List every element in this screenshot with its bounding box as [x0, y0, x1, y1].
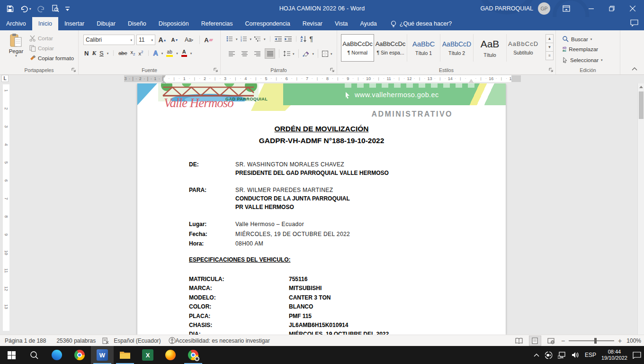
vertical-scrollbar[interactable] — [637, 83, 644, 335]
web-layout-button[interactable] — [545, 336, 557, 346]
language-indicator[interactable]: Español (Ecuador) — [114, 337, 161, 344]
zoom-out-button[interactable]: − — [561, 337, 565, 345]
undo-dropdown-caret[interactable]: ▾ — [29, 7, 31, 10]
highlight-button[interactable]: ab — [166, 50, 173, 57]
style-title[interactable]: AaBTítulo — [474, 34, 507, 62]
word-count[interactable]: 25360 palabras — [56, 337, 96, 344]
font-family-combo[interactable]: Calibri▾ — [83, 35, 134, 45]
bullets-button[interactable] — [226, 36, 233, 42]
taskbar-explorer-icon[interactable] — [114, 346, 136, 364]
tab-diseno[interactable]: Diseño — [122, 17, 152, 30]
bullets-caret[interactable]: ▾ — [236, 37, 238, 41]
multilevel-list-button[interactable] — [254, 36, 261, 42]
decrease-indent-button[interactable] — [275, 36, 282, 42]
font-size-combo[interactable]: 11▾ — [136, 35, 155, 45]
taskbar-chrome-icon[interactable] — [68, 346, 91, 364]
tab-inicio[interactable]: Inicio — [32, 17, 58, 30]
accessibility-status[interactable]: Accesibilidad: es necesario investigar — [176, 337, 270, 344]
collapse-ribbon-button[interactable] — [632, 67, 637, 71]
taskbar-firefox-icon[interactable] — [159, 346, 182, 364]
underline-caret[interactable]: ▾ — [107, 52, 109, 55]
tab-stop-selector[interactable]: L — [1, 75, 9, 82]
taskbar-edge-icon[interactable] — [45, 346, 68, 364]
paste-dropdown-caret[interactable]: ▾ — [5, 54, 27, 57]
zoom-percent[interactable]: 100% — [626, 337, 641, 344]
page-indicator[interactable]: Página 1 de 188 — [5, 337, 46, 344]
volume-icon[interactable] — [572, 352, 580, 358]
multilevel-caret[interactable]: ▾ — [264, 37, 266, 41]
highlight-caret[interactable]: ▾ — [176, 52, 178, 55]
style-heading2[interactable]: AaBbCcDTítulo 2 — [440, 34, 474, 62]
account-name[interactable]: GAD PARROQUIAL — [480, 0, 533, 17]
numbering-caret[interactable]: ▾ — [250, 37, 252, 41]
start-button[interactable] — [0, 346, 23, 364]
style-subtitle[interactable]: AaBbCcDSubtítulo — [507, 34, 540, 62]
zoom-slider[interactable] — [569, 340, 614, 341]
tab-archivo[interactable]: Archivo — [0, 17, 32, 30]
underline-button[interactable]: S — [99, 50, 104, 57]
save-button[interactable] — [7, 5, 14, 12]
replace-button[interactable]: abac Reemplazar — [563, 46, 598, 52]
scroll-up-arrow[interactable] — [638, 83, 644, 91]
tab-ayuda[interactable]: Ayuda — [354, 17, 383, 30]
line-spacing-button[interactable] — [283, 51, 290, 56]
tab-insertar[interactable]: Insertar — [58, 17, 90, 30]
align-right-button[interactable] — [252, 48, 262, 59]
close-button[interactable] — [625, 0, 640, 17]
tab-dibujar[interactable]: Dibujar — [90, 17, 122, 30]
borders-button[interactable] — [322, 51, 328, 57]
font-color-button[interactable]: A — [181, 49, 187, 57]
italic-button[interactable]: K — [92, 49, 96, 57]
style-no-spacing[interactable]: AaBbCcDc¶ Sin espa... — [374, 34, 407, 62]
clipboard-dialog-launcher[interactable] — [72, 68, 76, 73]
proofing-errors-icon[interactable] — [102, 337, 109, 344]
tell-me-box[interactable]: ¿Qué desea hacer? — [391, 17, 452, 30]
show-marks-button[interactable]: ¶ — [310, 35, 313, 43]
styles-dialog-launcher[interactable] — [549, 68, 554, 73]
find-caret[interactable]: ▾ — [590, 37, 592, 41]
account-avatar[interactable]: GP — [538, 2, 550, 15]
minimize-button[interactable] — [583, 0, 599, 17]
increase-indent-button[interactable] — [285, 36, 292, 42]
action-center-icon[interactable] — [633, 352, 641, 359]
grow-font-button[interactable]: A▲ — [157, 35, 168, 45]
print-layout-button[interactable] — [529, 336, 541, 346]
tab-correspondencia[interactable]: Correspondencia — [239, 17, 296, 30]
cut-button[interactable]: Cortar — [29, 35, 53, 42]
paragraph-dialog-launcher[interactable] — [330, 68, 335, 73]
text-effects-caret[interactable]: ▾ — [161, 52, 163, 55]
select-button[interactable]: Seleccionar▾ — [563, 57, 603, 63]
right-indent-marker[interactable] — [469, 77, 474, 83]
horizontal-ruler[interactable]: 3 · | · 2 · | · 1 · | · 1234567891011121… — [124, 75, 521, 82]
read-mode-button[interactable] — [513, 336, 525, 346]
taskbar-excel-icon[interactable]: X — [136, 346, 159, 364]
align-center-button[interactable] — [239, 48, 250, 59]
superscript-button[interactable]: x2 — [139, 50, 143, 56]
change-case-button[interactable]: Aa▾ — [182, 35, 196, 45]
tab-revisar[interactable]: Revisar — [296, 17, 329, 30]
numbering-button[interactable]: 123 — [241, 36, 247, 42]
text-effects-button[interactable]: A — [153, 49, 158, 57]
customize-qat-button[interactable] — [65, 6, 70, 11]
copy-button[interactable]: Copiar — [29, 45, 54, 52]
borders-caret[interactable]: ▾ — [331, 52, 332, 55]
font-dialog-launcher[interactable] — [214, 68, 218, 73]
sort-button[interactable]: AZ — [301, 36, 307, 42]
line-spacing-caret[interactable]: ▾ — [293, 52, 295, 55]
strikethrough-button[interactable]: abe — [118, 50, 127, 56]
align-left-button[interactable] — [226, 48, 237, 59]
meet-now-icon[interactable] — [545, 351, 553, 359]
undo-button[interactable]: ▾ — [20, 5, 31, 12]
font-color-caret[interactable]: ▾ — [190, 52, 192, 55]
style-heading1[interactable]: AaBbCTítulo 1 — [407, 34, 440, 62]
tab-referencias[interactable]: Referencias — [195, 17, 239, 30]
tab-vista[interactable]: Vista — [329, 17, 354, 30]
justify-button[interactable] — [265, 48, 275, 59]
styles-scroll-up[interactable]: ▲ — [546, 34, 554, 43]
comments-icon[interactable] — [630, 19, 638, 27]
zoom-in-button[interactable]: + — [618, 337, 622, 345]
subscript-button[interactable]: x2 — [131, 49, 135, 56]
shading-caret[interactable]: ▾ — [313, 52, 314, 55]
tray-language[interactable]: ESP — [585, 352, 596, 358]
shrink-font-button[interactable]: A▼ — [170, 35, 180, 45]
